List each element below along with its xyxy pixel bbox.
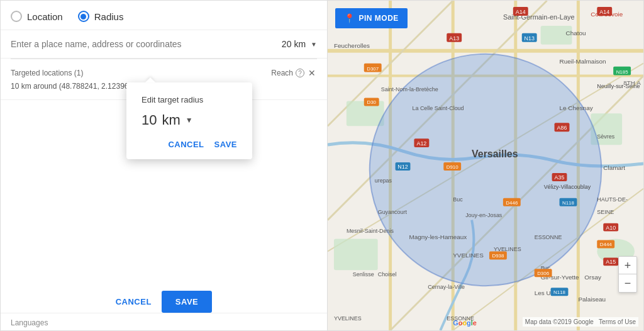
reach-help-icon[interactable]: ? [296, 69, 304, 77]
svg-text:YVELINES: YVELINES [334, 315, 362, 322]
svg-text:Clamart: Clamart [603, 164, 625, 171]
svg-text:Saint-Nom-la-Bretèche: Saint-Nom-la-Bretèche [381, 86, 438, 93]
edit-km-value: 10 [142, 112, 157, 128]
zoom-controls: + − [618, 256, 637, 293]
pin-mode-button[interactable]: 📍 PIN MODE [335, 8, 408, 28]
svg-text:N12: N12 [397, 164, 408, 170]
svg-text:Orsay: Orsay [584, 274, 601, 281]
radius-label: Radius [94, 11, 124, 22]
km-unit: km [294, 39, 306, 49]
location-label: Location [27, 11, 63, 22]
svg-text:D910: D910 [447, 164, 459, 170]
targeted-header: Targeted locations (1) Reach ? ✕ [11, 68, 317, 78]
svg-text:A12: A12 [416, 140, 426, 147]
cancel-button[interactable]: CANCEL [116, 297, 152, 306]
svg-text:A35: A35 [555, 174, 565, 181]
location-radio-circle [11, 11, 22, 22]
svg-text:Choisel: Choisel [378, 271, 397, 278]
svg-text:A14: A14 [599, 9, 609, 15]
svg-text:Google: Google [453, 319, 477, 327]
svg-text:Buc: Buc [453, 196, 463, 203]
search-row: 20 km ▼ [1, 30, 327, 59]
svg-text:N185: N185 [616, 69, 629, 75]
bottom-bar: Languages [1, 313, 327, 330]
svg-text:N13: N13 [525, 35, 535, 42]
radio-row: Location Radius [1, 1, 327, 30]
svg-text:D306: D306 [537, 271, 550, 276]
edit-cancel-button[interactable]: CANCEL [168, 140, 204, 149]
zoom-out-button[interactable]: − [619, 274, 636, 292]
svg-text:La Celle Saint-Cloud: La Celle Saint-Cloud [412, 105, 464, 111]
left-panel: Location Radius 20 km ▼ Targeted locatio… [1, 1, 328, 330]
svg-text:D938: D938 [492, 253, 504, 259]
svg-text:Versailles: Versailles [472, 149, 518, 159]
map-svg: Versailles Feucherolles Saint-Germain-en… [328, 1, 643, 330]
svg-rect-15 [334, 239, 378, 271]
svg-text:A10: A10 [606, 225, 616, 231]
svg-text:D307: D307 [367, 66, 379, 72]
km-selector-button[interactable]: 20 km ▼ [282, 39, 317, 49]
radius-radio[interactable]: Radius [78, 11, 124, 22]
pin-icon: 📍 [344, 13, 355, 23]
pin-mode-label: PIN MODE [359, 14, 399, 23]
km-value: 20 [282, 39, 292, 49]
svg-text:Guyancourt: Guyancourt [378, 209, 408, 215]
svg-text:D444: D444 [600, 242, 613, 247]
edit-km-row: 10 km ▼ [142, 112, 237, 128]
svg-text:D446: D446 [506, 200, 518, 206]
svg-text:Feucherolles: Feucherolles [334, 42, 370, 49]
radius-radio-circle [78, 11, 89, 22]
attribution-text: Map data ©2019 Google [525, 318, 594, 325]
terms-link[interactable]: Terms of Use [599, 318, 636, 325]
svg-text:Palaiseau: Palaiseau [578, 296, 606, 303]
edit-km-unit: km [162, 112, 180, 128]
bottom-actions: CANCEL SAVE [1, 291, 327, 313]
svg-text:SEINE: SEINE [597, 209, 614, 215]
edit-km-dropdown-icon[interactable]: ▼ [186, 116, 193, 125]
svg-text:A15: A15 [606, 259, 616, 265]
zoom-in-button[interactable]: + [619, 257, 636, 274]
svg-text:ESSONNE: ESSONNE [535, 234, 562, 240]
svg-text:Le Chesnay: Le Chesnay [560, 104, 593, 111]
targeted-title: Targeted locations (1) [11, 69, 83, 77]
svg-text:Chatou: Chatou [565, 30, 586, 36]
location-radio[interactable]: Location [11, 11, 63, 22]
targeted-close-icon[interactable]: ✕ [307, 68, 317, 78]
svg-text:A13: A13 [449, 35, 459, 42]
map-panel: Versailles Feucherolles Saint-Germain-en… [328, 1, 643, 330]
svg-text:Cernay-la-Ville: Cernay-la-Ville [428, 284, 465, 290]
svg-text:Senlisse: Senlisse [353, 271, 374, 278]
svg-text:Magny-les-Hameaux: Magny-les-Hameaux [409, 233, 467, 240]
svg-text:Sèvres: Sèvres [597, 133, 614, 140]
svg-text:A14: A14 [516, 9, 526, 15]
svg-text:N118: N118 [562, 200, 575, 206]
edit-popup-actions: CANCEL SAVE [142, 140, 237, 149]
svg-text:N118: N118 [553, 289, 566, 295]
edit-save-button[interactable]: SAVE [214, 140, 237, 149]
svg-text:YVELINES: YVELINES [453, 252, 484, 259]
svg-text:D30: D30 [367, 99, 376, 105]
edit-popup-title: Edit target radius [142, 95, 237, 104]
svg-text:Rueil-Malmaison: Rueil-Malmaison [560, 58, 606, 65]
reach-text: Reach [271, 69, 293, 77]
languages-label: Languages [11, 318, 48, 327]
save-button[interactable]: SAVE [162, 291, 212, 313]
svg-text:Mesnil-Saint-Denis: Mesnil-Saint-Denis [347, 228, 394, 234]
svg-text:HAUTS-DE-: HAUTS-DE- [597, 196, 628, 203]
place-search-input[interactable] [11, 39, 277, 49]
edit-radius-popup: Edit target radius 10 km ▼ CANCEL SAVE [126, 82, 252, 159]
svg-text:A86: A86 [557, 125, 567, 131]
map-attribution: Map data ©2019 Google Terms of Use [523, 317, 638, 327]
svg-text:Vélizy-Villacoublay: Vélizy-Villacoublay [544, 184, 591, 190]
reach-area: Reach ? ✕ [271, 68, 317, 78]
km-dropdown-arrow-icon: ▼ [311, 41, 317, 48]
svg-text:8TH A: 8TH A [623, 80, 641, 87]
svg-text:urepas: urepas [375, 177, 392, 184]
svg-text:Jouy-en-Josas: Jouy-en-Josas [465, 212, 502, 218]
